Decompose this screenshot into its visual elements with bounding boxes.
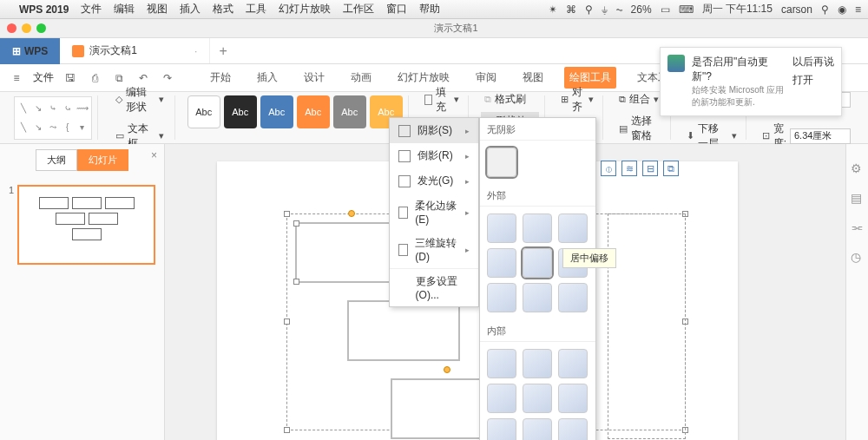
effect-shadow[interactable]: 阴影(S)▸	[390, 118, 478, 143]
wifi-icon[interactable]: ⏚	[602, 3, 608, 16]
style-4[interactable]: Abc	[297, 95, 330, 128]
effect-more[interactable]: 更多设置(O)...	[390, 268, 478, 306]
shadow-in-4[interactable]	[487, 384, 516, 413]
window-title: 演示文稿1	[51, 22, 861, 35]
link-icon[interactable]: ⫘	[851, 220, 865, 234]
tab-close[interactable]: ·	[194, 45, 197, 57]
menu-slideshow[interactable]: 幻灯片放映	[279, 2, 331, 16]
gear-icon[interactable]: ⚙	[851, 161, 865, 175]
input-icon[interactable]: ⌨	[679, 3, 694, 16]
menu-tools[interactable]: 工具	[246, 2, 266, 16]
mac-menubar: WPS 2019 文件 编辑 视图 插入 格式 工具 幻灯片放映 工作区 窗口 …	[0, 0, 868, 19]
slides-tab[interactable]: 幻灯片	[77, 149, 128, 171]
effect-glow[interactable]: 发光(G)▸	[390, 168, 478, 194]
save-icon[interactable]: 🖫	[62, 70, 78, 86]
select-pane-btn[interactable]: ▤ 选择窗格	[615, 112, 666, 145]
screen-icon[interactable]: ⌘	[566, 3, 576, 16]
shadow-out-2[interactable]	[523, 213, 552, 243]
fill-btn[interactable]: 填充 ▾	[421, 83, 463, 116]
tab-anim[interactable]: 动画	[345, 67, 377, 89]
shadow-in-2[interactable]	[523, 349, 552, 378]
style-5[interactable]: Abc	[333, 95, 366, 128]
tab-view[interactable]: 视图	[517, 67, 549, 89]
formatpainter-btn[interactable]: ⧉ 格式刷	[481, 90, 540, 108]
menu-window[interactable]: 窗口	[386, 2, 407, 16]
menu-workspace[interactable]: 工作区	[343, 2, 374, 16]
battery-pct[interactable]: 26%	[631, 3, 652, 16]
style-3[interactable]: Abc	[260, 95, 293, 128]
battery-icon[interactable]: ▭	[661, 3, 670, 16]
width-input[interactable]	[790, 128, 851, 144]
minimize-window[interactable]	[22, 23, 31, 33]
menu-file[interactable]: 文件	[81, 2, 102, 16]
shadow-out-7[interactable]	[487, 283, 516, 312]
layers-icon[interactable]: ▤	[851, 191, 865, 205]
wps-home-tab[interactable]: ⊞ WPS	[0, 38, 60, 64]
shadow-in-5[interactable]	[523, 384, 552, 413]
shadow-in-8[interactable]	[523, 418, 552, 440]
outline-tab[interactable]: 大纲	[36, 149, 77, 171]
shadow-out-3[interactable]	[558, 213, 588, 243]
bluetooth-icon[interactable]: ⚲	[585, 3, 593, 16]
shape-5-outline[interactable]	[608, 213, 686, 439]
effect-3drotate[interactable]: 三维旋转(D)▸	[390, 231, 478, 268]
shadow-out-5[interactable]	[523, 248, 552, 278]
clock-icon[interactable]: ◷	[851, 250, 865, 264]
style-2[interactable]: Abc	[224, 95, 257, 128]
shadow-tooltip: 居中偏移	[562, 248, 616, 268]
shadow-in-6[interactable]	[558, 384, 588, 413]
panel-close[interactable]: ×	[151, 149, 157, 161]
shadow-out-9[interactable]	[558, 283, 588, 312]
group-btn[interactable]: ⧉ 组合 ▾	[615, 90, 666, 108]
wechat-icon[interactable]: ✴	[549, 3, 557, 16]
vol-icon[interactable]: ⏦	[616, 3, 622, 16]
align-icon-3[interactable]: ⊟	[642, 161, 658, 176]
document-tab[interactable]: 演示文稿1 ·	[60, 38, 210, 63]
shadow-in-1[interactable]	[487, 349, 516, 378]
tab-insert[interactable]: 插入	[252, 67, 283, 89]
user[interactable]: carson	[781, 3, 812, 16]
maximize-window[interactable]	[36, 23, 46, 33]
shadow-in-7[interactable]	[487, 418, 516, 440]
ms-icon	[667, 55, 685, 72]
align-btn[interactable]: ⊞ 对齐 ▾	[557, 83, 596, 116]
close-window[interactable]	[7, 23, 16, 33]
menu-view[interactable]: 视图	[147, 2, 168, 16]
siri-icon[interactable]: ◉	[838, 3, 846, 16]
edit-shape-btn[interactable]: ◇ 编辑形状 ▾	[110, 83, 169, 116]
shadow-in-9[interactable]	[558, 418, 588, 440]
style-1[interactable]: Abc	[187, 95, 220, 128]
menu-icon[interactable]: ≡	[9, 70, 24, 86]
shadow-out-1[interactable]	[487, 213, 516, 243]
sect-outer: 外部	[480, 184, 595, 207]
notif-icon[interactable]: ≡	[855, 3, 861, 16]
notif-later[interactable]: 以后再说	[792, 55, 834, 69]
shadow-none[interactable]	[487, 148, 516, 177]
tab-home[interactable]: 开始	[205, 67, 236, 89]
new-tab[interactable]: +	[210, 43, 235, 59]
align-icon-2[interactable]: ≋	[621, 161, 637, 176]
effect-softedge[interactable]: 柔化边缘(E)▸	[390, 194, 478, 231]
menu-insert[interactable]: 插入	[180, 2, 201, 16]
align-icon-1[interactable]: ⦶	[601, 161, 616, 176]
print-icon[interactable]: ⎙	[87, 70, 102, 86]
shadow-out-8[interactable]	[523, 283, 552, 312]
line-shapes-gallery[interactable]: ╲↘⤷⤿⟿ ╲↘⤳{▾	[14, 96, 92, 140]
notif-open[interactable]: 打开	[792, 73, 834, 88]
shadow-in-3[interactable]	[558, 349, 588, 378]
menu-edit[interactable]: 编辑	[114, 2, 135, 16]
spotlight-icon[interactable]: ⚲	[821, 3, 829, 16]
notif-title: 是否启用"自动更新"?	[692, 55, 786, 84]
file-tab[interactable]: 文件	[33, 70, 54, 85]
menu-format[interactable]: 格式	[213, 2, 233, 16]
effect-reflection[interactable]: 倒影(R)▸	[390, 143, 478, 168]
tab-review[interactable]: 审阅	[470, 67, 502, 89]
slide-thumb-1[interactable]: 1	[9, 185, 155, 265]
tab-design[interactable]: 设计	[299, 67, 330, 89]
menu-help[interactable]: 帮助	[419, 2, 440, 16]
shadow-out-4[interactable]	[487, 248, 516, 278]
app-name[interactable]: WPS 2019	[19, 3, 69, 16]
shape-3[interactable]	[347, 300, 460, 361]
align-icon-4[interactable]: ⧉	[663, 161, 679, 176]
clock[interactable]: 周一 下午11:15	[702, 2, 773, 16]
